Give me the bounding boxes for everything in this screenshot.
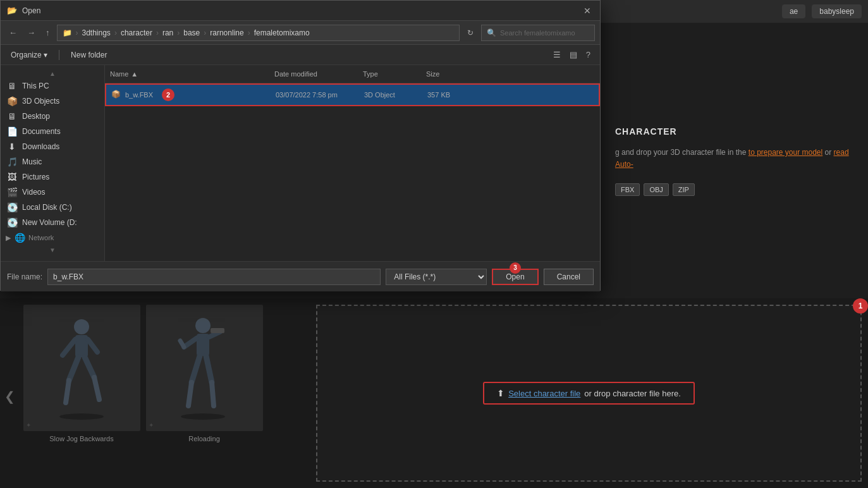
thumbnail-img-0: ✦ <box>23 305 140 431</box>
sidebar-item-local-disk[interactable]: 💽 Local Disk (C:) <box>1 200 104 215</box>
file-name-0: b_w.FBX <box>125 91 153 99</box>
folder-open-icon: 📂 <box>7 6 17 15</box>
sidebar-item-desktop[interactable]: 🖥 Desktop <box>1 109 104 124</box>
file-row-0[interactable]: 📦 b_w.FBX 2 03/07/2022 7:58 pm 3D Object… <box>105 83 600 106</box>
path-sep-1: › <box>114 28 117 37</box>
filename-input[interactable] <box>47 269 381 285</box>
filename-label: File name: <box>7 272 42 281</box>
path-part-1[interactable]: character <box>121 28 152 37</box>
drop-text: or drop character file here. <box>584 389 680 398</box>
thumbnail-label-0: Slow Jog Backwards <box>49 435 114 442</box>
documents-icon: 📄 <box>7 126 17 137</box>
character-description: g and drop your 3D character file in the… <box>615 147 855 171</box>
organize-label: Organize <box>11 51 42 59</box>
sort-icon: ▲ <box>131 70 138 78</box>
sidebar-item-documents[interactable]: 📄 Documents <box>1 124 104 139</box>
svg-line-6 <box>66 381 69 403</box>
desktop-label: Desktop <box>22 112 50 121</box>
sidebar-item-music[interactable]: 🎵 Music <box>1 154 104 169</box>
3d-objects-icon: 📦 <box>7 96 17 106</box>
documents-label: Documents <box>22 127 61 136</box>
search-icon: 🔍 <box>487 28 496 37</box>
sidebar-item-3d-objects[interactable]: 📦 3D Objects <box>1 94 104 109</box>
toolbar-separator <box>59 50 59 60</box>
tab-babysleep[interactable]: babysleep <box>812 4 862 18</box>
path-part-5[interactable]: femaletomixamo <box>254 28 310 37</box>
new-folder-label: New folder <box>71 51 107 59</box>
select-file-link[interactable]: Select character file <box>508 389 580 398</box>
step3-badge: 3 <box>510 262 521 274</box>
thumbnail-item-1[interactable]: ✦ Reloading <box>144 305 264 442</box>
file-icon-0: 📦 <box>111 90 121 100</box>
tab-ae[interactable]: ae <box>782 4 805 18</box>
svg-line-18 <box>212 382 214 406</box>
view-help-button[interactable]: ? <box>583 49 594 61</box>
this-pc-label: This PC <box>22 82 49 90</box>
sidebar-item-downloads[interactable]: ⬇ Downloads <box>1 139 104 154</box>
select-file-button-area[interactable]: ⬆ Select character file or drop characte… <box>483 382 695 405</box>
nav-up-button[interactable]: ↑ <box>42 26 53 39</box>
step3-number: 3 <box>513 264 517 271</box>
dialog-close-button[interactable]: ✕ <box>581 4 594 17</box>
nav-back-button[interactable]: ← <box>6 26 20 39</box>
path-sep-4: › <box>204 28 206 37</box>
new-folder-button[interactable]: New folder <box>67 49 111 61</box>
col-size-label: Size <box>426 70 439 78</box>
filetype-select[interactable]: All Files (*.*) <box>386 269 487 285</box>
watermark-1: ✦ <box>26 422 31 429</box>
filelist-header: Name ▲ Date modified Type Size <box>105 65 600 83</box>
thumbnail-item-0[interactable]: ✦ Slow Jog Backwards <box>21 305 142 442</box>
file-date-text-0: 03/07/2022 7:58 pm <box>276 91 338 99</box>
path-icon: 📁 <box>63 28 72 37</box>
dialog-cancel-button[interactable]: Cancel <box>544 269 594 285</box>
character-drop-zone[interactable]: ⬆ Select character file or drop characte… <box>316 305 862 482</box>
col-header-type[interactable]: Type <box>358 68 421 80</box>
thumbnail-img-1: ✦ <box>146 305 263 431</box>
watermark-2: ✦ <box>149 422 154 429</box>
path-sep-5: › <box>248 28 250 37</box>
col-header-size[interactable]: Size <box>421 68 472 80</box>
3d-objects-label: 3D Objects <box>22 97 59 106</box>
sidebar-item-pictures[interactable]: 🖼 Pictures <box>1 169 104 185</box>
path-sep-3: › <box>177 28 180 37</box>
nav-forward-button[interactable]: → <box>24 26 39 39</box>
file-size-0: 357 KB <box>422 88 473 101</box>
path-sep-0: › <box>76 28 78 37</box>
sidebar-item-new-volume[interactable]: 💽 New Volume (D: <box>1 215 104 230</box>
organize-button[interactable]: Organize ▾ <box>7 49 51 61</box>
svg-line-15 <box>192 356 200 382</box>
path-part-4[interactable]: rarnonline <box>210 28 243 37</box>
file-open-dialog: 📂 Open ✕ ← → ↑ 📁 › 3dthings › character … <box>0 0 601 291</box>
sidebar-scroll-up[interactable]: ▲ <box>1 69 104 78</box>
svg-line-4 <box>69 357 78 381</box>
file-name-cell: 📦 b_w.FBX 2 <box>106 86 271 104</box>
network-label: Network <box>28 234 54 241</box>
sidebar-scroll-indicator[interactable]: ▼ <box>1 245 104 255</box>
view-details-button[interactable]: ▤ <box>566 49 580 61</box>
view-list-button[interactable]: ☰ <box>550 49 564 61</box>
desc-text1: g and drop your 3D character file in the <box>615 148 746 157</box>
refresh-button[interactable]: ↻ <box>463 27 477 39</box>
dialog-filelist: Name ▲ Date modified Type Size 📦 b_w.FBX <box>105 65 600 261</box>
address-path[interactable]: 📁 › 3dthings › character › ran › base › … <box>57 25 460 41</box>
downloads-label: Downloads <box>22 142 59 151</box>
local-disk-label: Local Disk (C:) <box>22 203 72 212</box>
desc-link1[interactable]: to prepare your model <box>749 148 822 157</box>
path-part-3[interactable]: base <box>183 28 200 37</box>
thumbnail-label-1: Reloading <box>188 435 220 442</box>
sidebar-item-this-pc[interactable]: 🖥 This PC <box>1 78 104 94</box>
network-expand-icon: ▶ <box>6 234 11 242</box>
col-header-name[interactable]: Name ▲ <box>105 68 269 80</box>
path-part-0[interactable]: 3dthings <box>82 28 111 37</box>
step2-number: 2 <box>166 91 170 99</box>
svg-line-5 <box>85 357 94 377</box>
left-arrow-icon: ❮ <box>4 389 15 404</box>
format-fbx: FBX <box>615 183 640 196</box>
svg-line-16 <box>206 356 212 382</box>
nav-left-arrow[interactable]: ❮ <box>0 305 19 488</box>
search-box[interactable]: 🔍 Search femaletomixamo <box>481 25 595 41</box>
col-header-date[interactable]: Date modified <box>269 68 358 80</box>
sidebar-network-section[interactable]: ▶ 🌐 Network <box>1 230 104 245</box>
sidebar-item-videos[interactable]: 🎬 Videos <box>1 185 104 200</box>
path-part-2[interactable]: ran <box>162 28 173 37</box>
